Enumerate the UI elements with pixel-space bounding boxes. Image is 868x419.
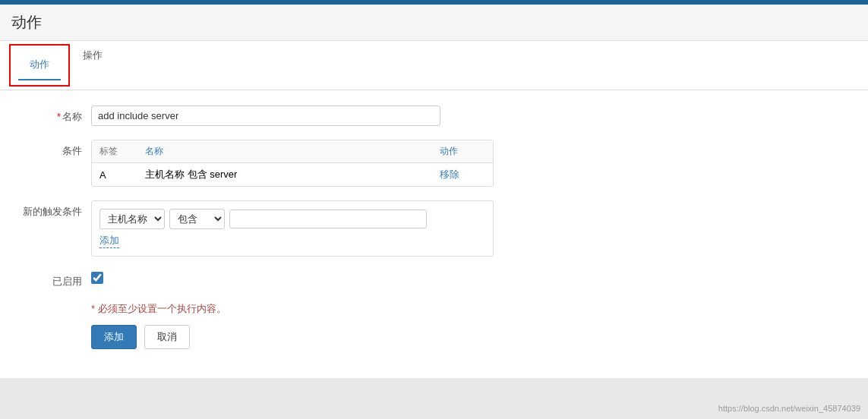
condition-row: 条件 标签 名称 动作 A 主机名称 包含 server 移除: [23, 140, 845, 187]
condition-action: 移除: [440, 168, 485, 181]
trigger-type-select[interactable]: 主机名称 IP地址 系统 标签: [99, 209, 165, 229]
footer-url: https://blog.csdn.net/weixin_45874039: [718, 404, 860, 413]
condition-content: 标签 名称 动作 A 主机名称 包含 server 移除: [91, 140, 516, 187]
condition-label: 条件: [23, 140, 91, 158]
condition-row-item: A 主机名称 包含 server 移除: [92, 163, 493, 186]
page-title: 动作: [11, 12, 857, 33]
trigger-input-row: 主机名称 IP地址 系统 标签 包含 不包含 等于 不等于: [99, 209, 485, 229]
name-label: *名称: [23, 106, 91, 124]
enabled-row: 已启用: [23, 270, 845, 288]
tab-operations[interactable]: 操作: [71, 41, 114, 90]
cancel-button[interactable]: 取消: [144, 325, 190, 349]
conditions-table: 标签 名称 动作 A 主机名称 包含 server 移除: [91, 140, 494, 187]
tab-actions[interactable]: 动作: [18, 50, 61, 80]
warning-row: * 必须至少设置一个执行内容。 添加 取消: [23, 302, 845, 349]
tab-wrapper-highlighted: 动作: [9, 44, 70, 87]
warning-spacer: [23, 302, 91, 307]
enabled-label: 已启用: [23, 270, 91, 288]
name-row: *名称: [23, 106, 845, 126]
add-trigger-wrapper: 添加: [99, 234, 485, 248]
new-trigger-label: 新的触发条件: [23, 200, 91, 219]
tabs-bar: 动作 操作: [0, 41, 868, 90]
enabled-checkbox[interactable]: [91, 272, 103, 284]
new-trigger-row: 新的触发条件 主机名称 IP地址 系统 标签 包含 不包含 等于: [23, 200, 845, 257]
main-content: 动作 操作 *名称 条件 标签 名称: [0, 41, 868, 378]
warning-content: * 必须至少设置一个执行内容。 添加 取消: [91, 302, 516, 349]
conditions-header: 标签 名称 动作: [92, 140, 493, 163]
condition-tag: A: [99, 169, 145, 181]
col-name-header: 名称: [145, 145, 440, 158]
new-trigger-content: 主机名称 IP地址 系统 标签 包含 不包含 等于 不等于: [91, 200, 516, 257]
col-tag-header: 标签: [99, 145, 145, 158]
trigger-operator-select[interactable]: 包含 不包含 等于 不等于: [169, 209, 225, 229]
new-trigger-box: 主机名称 IP地址 系统 标签 包含 不包含 等于 不等于: [91, 200, 494, 257]
add-trigger-link[interactable]: 添加: [99, 234, 119, 248]
warning-text: * 必须至少设置一个执行内容。: [91, 302, 516, 316]
form-container: *名称 条件 标签 名称 动作 A 主机名称: [0, 90, 868, 378]
submit-button[interactable]: 添加: [91, 325, 137, 349]
name-content: [91, 106, 516, 126]
page-header: 动作: [0, 5, 868, 41]
col-action-header: 动作: [440, 145, 485, 158]
required-star: *: [57, 111, 61, 122]
remove-link[interactable]: 移除: [440, 169, 459, 180]
condition-name: 主机名称 包含 server: [145, 168, 440, 181]
trigger-value-input[interactable]: [229, 210, 427, 228]
enabled-content: [91, 270, 516, 286]
name-input[interactable]: [91, 106, 440, 126]
